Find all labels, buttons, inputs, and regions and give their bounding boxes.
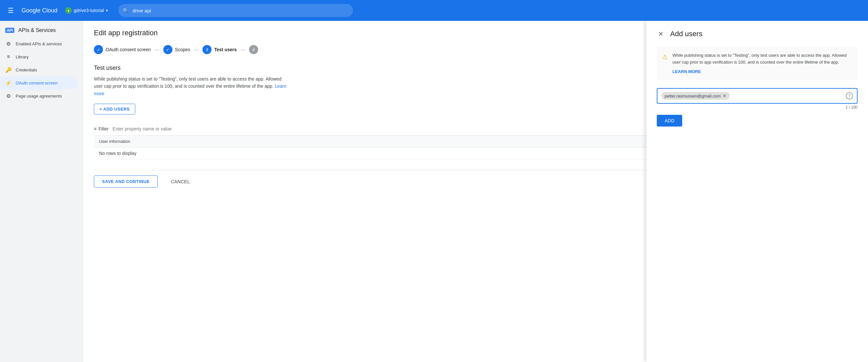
step-label-2: Scopes (175, 47, 190, 52)
filter-label: Filter (98, 126, 108, 131)
project-name: gdrive3-tutorial (74, 8, 104, 13)
sidebar-item-label: Library (16, 55, 29, 59)
filter-label-wrap: ≡ Filter (94, 126, 108, 131)
project-selector[interactable]: ● gdrive3-tutorial ▾ (65, 7, 108, 14)
add-users-button[interactable]: + ADD USERS (94, 104, 135, 115)
drawer-alert: ⚠ While publishing status is set to "Tes… (657, 47, 858, 80)
step-test-users: 3 Test users (203, 45, 237, 54)
step-circle-2: ✓ (163, 45, 173, 54)
step-divider-1: — (155, 47, 159, 52)
credentials-icon: 🔑 (5, 66, 12, 73)
search-input[interactable] (118, 4, 353, 17)
api-icon: API (5, 28, 14, 33)
search-icon: 🔍 (123, 8, 128, 13)
drawer-title: Add users (670, 30, 703, 38)
step-circle-1: ✓ (94, 45, 103, 54)
sidebar-item-library[interactable]: ≡ Library (0, 50, 78, 63)
save-and-continue-button[interactable]: SAVE AND CONTINUE (94, 176, 158, 187)
sidebar-item-enabled-apis[interactable]: ⚙ Enabled APIs & services (0, 37, 78, 50)
sidebar-header: API APIs & Services (0, 24, 84, 37)
step-label-3: Test users (214, 47, 237, 52)
step-circle-3: 3 (203, 45, 212, 54)
step-divider-3: — (241, 47, 245, 52)
sidebar-item-label: Credentials (16, 67, 37, 72)
close-icon[interactable]: ✕ (657, 29, 665, 39)
sidebar-item-oauth-consent[interactable]: ⚡ OAuth consent screen (0, 76, 78, 89)
sidebar-item-label: OAuth consent screen (16, 81, 58, 86)
page-usage-icon: ⚙ (5, 93, 12, 99)
project-icon: ● (65, 7, 72, 14)
chip-remove-icon[interactable]: ✕ (723, 93, 726, 98)
oauth-icon: ⚡ (5, 80, 12, 86)
step-label-1: OAuth consent screen (105, 47, 151, 52)
email-input-field[interactable] (733, 93, 843, 98)
cancel-button[interactable]: CANCEL (163, 176, 197, 187)
email-input-wrap[interactable]: petter.rasmussen@gmail.com ✕ ? (657, 88, 858, 104)
step-4: 4 (249, 45, 258, 54)
add-button[interactable]: ADD (657, 115, 682, 126)
alert-content: While publishing status is set to "Testi… (673, 52, 852, 75)
google-cloud-logo[interactable]: Google Cloud (22, 7, 57, 14)
filter-icon: ≡ (94, 126, 96, 131)
topbar: ☰ Google Cloud ● gdrive3-tutorial ▾ 🔍 (0, 0, 868, 21)
sidebar-title: APIs & Services (18, 27, 56, 33)
sidebar-item-label: Page usage agreements (16, 94, 62, 98)
hamburger-menu[interactable]: ☰ (5, 4, 16, 17)
step-oauth-consent: ✓ OAuth consent screen (94, 45, 151, 54)
step-scopes: ✓ Scopes (163, 45, 190, 54)
sidebar-item-page-usage[interactable]: ⚙ Page usage agreements (0, 89, 78, 102)
search-bar: 🔍 (118, 4, 353, 17)
count-label: 1 / 100 (657, 105, 858, 110)
project-dropdown-icon: ▾ (106, 8, 108, 13)
sidebar-item-label: Enabled APIs & services (16, 41, 62, 46)
library-icon: ≡ (5, 54, 12, 60)
drawer-header: ✕ Add users (657, 29, 858, 39)
chip-email-label: petter.rasmussen@gmail.com (664, 94, 721, 98)
sidebar-item-credentials[interactable]: 🔑 Credentials (0, 63, 78, 76)
sidebar: API APIs & Services ⚙ Enabled APIs & ser… (0, 21, 84, 362)
step-divider-2: — (194, 47, 198, 52)
alert-learn-more-link[interactable]: LEARN MORE (673, 68, 701, 76)
email-chip: petter.rasmussen@gmail.com ✕ (661, 92, 730, 100)
email-help-icon[interactable]: ? (846, 92, 853, 99)
section-desc: While publishing status is set to "Testi… (94, 76, 289, 97)
enabled-apis-icon: ⚙ (5, 40, 12, 47)
step-circle-4: 4 (249, 45, 258, 54)
google-cloud-name: Google Cloud (22, 7, 57, 14)
alert-warning-icon: ⚠ (662, 53, 668, 61)
add-users-drawer: ✕ Add users ⚠ While publishing status is… (646, 21, 868, 362)
